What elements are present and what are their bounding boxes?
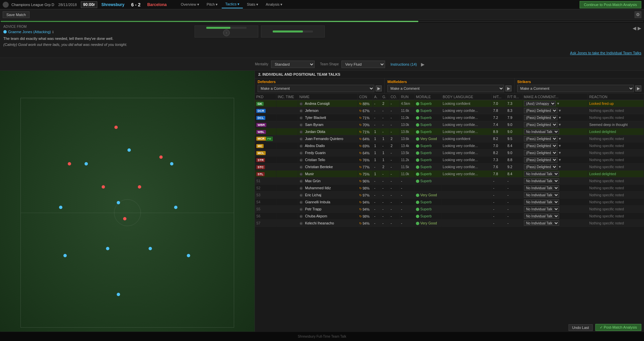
comment-dropdown[interactable]: No Individual Talk bbox=[524, 171, 559, 177]
con-cell: ↻71% bbox=[359, 130, 370, 134]
run-cell: 13.4k bbox=[401, 144, 409, 148]
gear-icon[interactable]: ⚙ bbox=[635, 11, 641, 18]
prev-advice-btn[interactable]: ◀ bbox=[633, 25, 636, 31]
comment-chevron[interactable]: ▾ bbox=[559, 164, 561, 169]
comment-cell[interactable]: No Individual Talk bbox=[522, 199, 588, 206]
comment-cell[interactable]: No Individual Talk bbox=[522, 220, 588, 227]
morale-cell: Very Good bbox=[416, 221, 437, 225]
nav-stats[interactable]: Stats ▾ bbox=[244, 1, 262, 8]
comment-dropdown[interactable]: (Pass) Delighted bbox=[524, 115, 557, 120]
player-icon: ○ bbox=[300, 144, 303, 148]
run-cell: 11.0k bbox=[399, 114, 415, 121]
a-cell: - bbox=[373, 185, 381, 192]
comment-dropdown[interactable]: No Individual Talk bbox=[524, 206, 559, 212]
comment-chevron[interactable]: ▾ bbox=[559, 108, 561, 113]
comment-cell[interactable]: (Pass) Delighted ▾ bbox=[522, 135, 588, 142]
midfielders-comment-select[interactable]: Make a Comment bbox=[387, 85, 504, 92]
comment-cell[interactable]: (Pass) Delighted ▾ bbox=[522, 163, 588, 170]
comment-dropdown[interactable]: No Individual Talk bbox=[524, 220, 559, 226]
run-cell: - bbox=[399, 199, 415, 206]
run-cell: - bbox=[401, 179, 402, 183]
pos-badge: WBR bbox=[256, 123, 266, 127]
comment-dropdown[interactable]: No Individual Talk bbox=[524, 192, 559, 198]
comment-chevron[interactable]: ▾ bbox=[559, 150, 561, 155]
post-match-button[interactable]: ✓ Post-Match Analysis bbox=[595, 324, 641, 331]
defenders-comment-select[interactable]: Make a Comment bbox=[258, 85, 374, 92]
player-icon: ○ bbox=[300, 187, 303, 190]
speech-text: (Calmly) Good work out there lads, you d… bbox=[3, 43, 127, 47]
comment-dropdown[interactable]: (Pass) Delighted bbox=[524, 157, 557, 162]
mini-panels: ↑ bbox=[195, 25, 325, 38]
defenders-send-btn[interactable]: ▶ bbox=[376, 85, 382, 91]
comment-cell[interactable]: No Individual Talk bbox=[522, 170, 588, 178]
player-icon: ○ bbox=[300, 123, 303, 127]
a-cell: - bbox=[373, 107, 381, 114]
comment-chevron[interactable]: ▾ bbox=[559, 136, 561, 141]
comment-dropdown[interactable]: No Individual Talk bbox=[524, 185, 559, 191]
morale-cell-td: Superb bbox=[414, 199, 441, 206]
co-cell: - bbox=[389, 121, 399, 128]
nav-pitch[interactable]: Pitch ▾ bbox=[203, 1, 221, 8]
player-gk bbox=[117, 293, 120, 296]
comment-cell[interactable]: (Pass) Delighted ▾ bbox=[522, 121, 588, 128]
a-cell: - bbox=[373, 163, 381, 170]
strikers-comment-select[interactable]: Make a Comment bbox=[517, 85, 634, 92]
instructions-arrow-right[interactable]: ▶ bbox=[421, 62, 425, 67]
save-match-button[interactable]: Save Match bbox=[3, 11, 30, 18]
comment-chevron[interactable]: ▾ bbox=[559, 122, 561, 127]
name-cell: ○ Abdou Diallo bbox=[298, 142, 358, 149]
reaction-cell-td: Nothing specific noted bbox=[588, 142, 644, 149]
comment-dropdown[interactable]: (Pass) Delighted bbox=[524, 143, 557, 148]
comment-cell[interactable]: No Individual Talk bbox=[522, 213, 588, 220]
nav-analysis[interactable]: Analysis ▾ bbox=[262, 1, 286, 8]
strikers-send-btn[interactable]: ▶ bbox=[635, 85, 641, 91]
comment-cell[interactable]: No Individual Talk bbox=[522, 185, 588, 192]
pos-badge: STL bbox=[256, 172, 265, 176]
instructions-link[interactable]: Instructions (14) bbox=[390, 62, 417, 66]
comment-cell[interactable]: No Individual Talk bbox=[522, 178, 588, 185]
team-shape-select[interactable]: Very Fluid bbox=[341, 61, 385, 68]
con-cell: ↻98% bbox=[358, 213, 373, 220]
comment-dropdown[interactable]: No Individual Talk bbox=[524, 178, 559, 184]
comment-cell[interactable]: (Pass) Delighted ▾ bbox=[522, 142, 588, 149]
comment-cell[interactable]: No Individual Talk bbox=[522, 128, 588, 135]
mentality-select[interactable]: Standard bbox=[271, 61, 315, 68]
ht-cell: 8.9 bbox=[492, 128, 506, 135]
nav-overview[interactable]: Overview ▾ bbox=[177, 1, 203, 8]
con-cell: ↻67% bbox=[358, 107, 373, 114]
comment-chevron[interactable]: ▾ bbox=[559, 115, 561, 120]
comment-dropdown[interactable]: (Assl) Unhappy bbox=[524, 101, 556, 106]
player-icon: ○ bbox=[300, 102, 303, 106]
advice-right-controls: ◀ ▶ bbox=[633, 25, 641, 31]
comment-dropdown[interactable]: (Pass) Delighted bbox=[524, 150, 557, 155]
comment-dropdown[interactable]: (Pass) Delighted bbox=[524, 136, 557, 141]
comment-cell[interactable]: (Pass) Delighted ▾ bbox=[522, 107, 588, 114]
ask-jones-btn[interactable]: Ask Jones to take the Individual Team Ta… bbox=[570, 51, 641, 55]
comment-dropdown[interactable]: No Individual Talk bbox=[524, 199, 559, 205]
comment-cell[interactable]: No Individual Talk bbox=[522, 192, 588, 199]
comment-cell[interactable]: (Assl) Unhappy ▾ bbox=[522, 100, 588, 107]
table-row: STR ○ Cristian Tello ↻76% 1 1 - 11.2k Su… bbox=[255, 156, 644, 163]
away-def1 bbox=[68, 162, 71, 165]
comment-cell[interactable]: (Pass) Delighted ▾ bbox=[522, 149, 588, 156]
comment-cell[interactable]: No Individual Talk bbox=[522, 206, 588, 213]
comment-chevron[interactable]: ▾ bbox=[559, 157, 561, 162]
continue-button[interactable]: Continue to Post-Match Analysis bbox=[580, 1, 641, 8]
comment-cell[interactable]: (Pass) Delighted ▾ bbox=[522, 114, 588, 121]
player-icon: ○ bbox=[300, 208, 303, 211]
comment-dropdown[interactable]: (Pass) Delighted bbox=[524, 164, 557, 169]
comment-dropdown[interactable]: No Individual Talk bbox=[524, 129, 559, 134]
comment-dropdown[interactable]: No Individual Talk bbox=[524, 213, 559, 219]
next-advice-btn[interactable]: ▶ bbox=[638, 25, 641, 31]
player-table: PKD INC. TIME NAME CON A. G. CO. RUN MOR… bbox=[255, 94, 644, 227]
comment-dropdown[interactable]: (Pass) Delighted bbox=[524, 122, 557, 127]
comment-cell[interactable]: (Pass) Delighted ▾ bbox=[522, 156, 588, 163]
table-header-row: PKD INC. TIME NAME CON A. G. CO. RUN MOR… bbox=[255, 94, 644, 100]
con-cell: ↻88% bbox=[358, 100, 373, 107]
comment-chevron[interactable]: ▾ bbox=[557, 101, 559, 106]
nav-tactics[interactable]: Tactics ▾ bbox=[222, 1, 243, 8]
comment-dropdown[interactable]: (Pass) Delighted bbox=[524, 108, 557, 113]
undo-last-button[interactable]: Undo Last bbox=[569, 324, 593, 331]
comment-chevron[interactable]: ▾ bbox=[559, 143, 561, 148]
midfielders-send-btn[interactable]: ▶ bbox=[505, 85, 512, 91]
